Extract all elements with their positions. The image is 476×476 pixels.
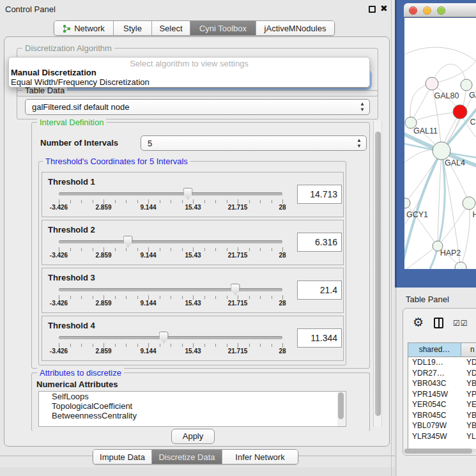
threshold-4-slider[interactable]: -3.4262.8599.14415.4321.71528	[59, 330, 282, 357]
attribute-list-item[interactable]: TopologicalCoefficient	[39, 401, 346, 411]
table-cell[interactable]: YIL052C	[408, 441, 461, 442]
scrollbar-thumb[interactable]	[375, 132, 381, 416]
table-cell[interactable]: YER0	[461, 399, 476, 410]
attribute-list-item[interactable]: SelfLoops	[39, 392, 346, 401]
gear-icon[interactable]: ⚙	[413, 315, 424, 330]
network-window-titlebar[interactable]	[404, 3, 476, 17]
table-cell[interactable]: YBR045C	[408, 410, 461, 421]
slider-scale-labels: -3.4262.8599.14415.4321.71528	[59, 204, 282, 212]
tab-jactivemnodules[interactable]: jActiveMNodules	[256, 21, 334, 35]
checkbox-icons[interactable]: ☑☑	[453, 319, 468, 328]
table-row[interactable]: YBL079WYBL0	[408, 420, 476, 431]
algorithm-option-manual[interactable]: Manual Discretization	[9, 68, 369, 77]
tab-cyni-toolbox[interactable]: Cyni Toolbox	[190, 21, 256, 35]
threshold-1-value[interactable]: 14.713	[297, 185, 342, 204]
minimize-traffic-light-icon[interactable]	[423, 6, 431, 15]
algorithm-option-equal-width[interactable]: Equal Width/Frequency Discretization	[9, 77, 369, 87]
column-header-shared-name[interactable]: shared…	[408, 343, 461, 357]
slider-scale-labels: -3.4262.8599.14415.4321.71528	[59, 300, 282, 308]
slider-scale-label: -3.426	[50, 300, 68, 307]
attributes-items: SelfLoopsTopologicalCoefficientBetweenne…	[39, 392, 346, 420]
table-row[interactable]: YER054CYER0	[408, 399, 476, 410]
threshold-3-slider[interactable]: -3.4262.8599.14415.4321.71528	[59, 282, 282, 309]
threshold-4-value[interactable]: 11.344	[297, 328, 342, 348]
number-of-intervals-select[interactable]: 5▲▼	[141, 135, 367, 151]
tab-network[interactable]: Network	[54, 21, 114, 35]
table-cell[interactable]: YLR3	[461, 431, 476, 442]
slider-track	[59, 288, 282, 291]
table-cell[interactable]: YBR0	[461, 410, 476, 421]
panel-bottom-strip	[0, 467, 395, 476]
table-cell[interactable]: YDR27…	[408, 368, 461, 379]
settings-scrollbar[interactable]	[373, 121, 382, 427]
tab-discretize-data[interactable]: Discretize Data	[152, 450, 222, 464]
table-row[interactable]: YIL052CYIL0	[408, 441, 476, 442]
slider-thumb[interactable]	[231, 284, 240, 295]
threshold-3-value[interactable]: 21.4	[297, 280, 342, 300]
table-row[interactable]: YDR27…YDR2	[408, 368, 476, 379]
network-node[interactable]	[461, 79, 472, 91]
algorithm-placeholder-option[interactable]: Select algorithm to view settings	[9, 58, 369, 68]
network-node-label: C	[470, 118, 475, 127]
table-cell[interactable]: YBR0	[461, 378, 476, 389]
cyni-toolbox-content: Discretization Algorithm ▲▼ Select algor…	[4, 36, 390, 447]
close-icon[interactable]: ✖	[380, 3, 388, 13]
network-node[interactable]	[404, 198, 410, 208]
columns-icon[interactable]	[434, 318, 443, 328]
numerical-attributes-list[interactable]: SelfLoopsTopologicalCoefficientBetweenne…	[38, 391, 346, 427]
tab-label: Cyni Toolbox	[199, 24, 247, 33]
table-cell[interactable]: YBL079W	[408, 420, 461, 431]
network-node[interactable]	[433, 142, 450, 160]
numerical-attributes-label: Numerical Attributes	[36, 380, 118, 389]
control-panel-titlebar: Control Panel ✖	[0, 0, 395, 18]
attributes-group: Attributes to discretize Numerical Attri…	[31, 372, 370, 431]
column-header-name[interactable]: n	[461, 343, 476, 357]
table-cell[interactable]: YDL1	[461, 357, 476, 368]
table-row[interactable]: YLR345WYLR3	[408, 431, 476, 442]
tab-impute-data[interactable]: Impute Data	[93, 450, 152, 464]
attributes-list-scrollbar[interactable]	[337, 392, 345, 427]
table-cell[interactable]: YDR2	[461, 368, 476, 379]
table-row[interactable]: YDL19…YDL1	[408, 357, 476, 368]
tab-infer-network[interactable]: Infer Network	[222, 450, 298, 464]
zoom-traffic-light-icon[interactable]	[437, 6, 445, 15]
slider-scale-label: 28	[279, 204, 286, 211]
app-window: { "control_panel": { "title": "Control P…	[0, 0, 476, 476]
table-cell[interactable]: YPR1	[461, 389, 476, 400]
table-cell[interactable]: YIL0	[461, 441, 476, 442]
slider-thumb[interactable]	[123, 236, 133, 247]
table-cell[interactable]: YBR043C	[408, 378, 461, 389]
threshold-2-slider[interactable]: -3.4262.8599.14415.4321.71528	[59, 234, 282, 261]
threshold-2-value[interactable]: 6.316	[297, 233, 342, 252]
slider-scale-label: 21.715	[228, 204, 248, 211]
table-cell[interactable]: YLR345W	[408, 431, 461, 442]
table-cell[interactable]: YBL0	[461, 420, 476, 431]
table-horizontal-scrollbar[interactable]	[404, 449, 476, 454]
apply-button[interactable]: Apply	[171, 429, 215, 444]
table-row[interactable]: YPR145WYPR1	[408, 389, 476, 400]
scrollbar-thumb[interactable]	[338, 392, 344, 419]
slider-thumb[interactable]	[183, 188, 193, 199]
tab-select[interactable]: Select	[152, 21, 190, 35]
table-cell[interactable]: YPR145W	[408, 389, 461, 400]
network-canvas[interactable]: GAL80GACGAL11GAL4GCY1HHAP2	[404, 18, 476, 269]
network-node[interactable]	[453, 105, 467, 119]
table-cell[interactable]: YDL19…	[408, 357, 461, 368]
table-cell[interactable]: YER054C	[408, 399, 461, 410]
table-row[interactable]: YBR043CYBR0	[408, 378, 476, 389]
table-data-select[interactable]: galFiltered.sif default node▲▼	[25, 99, 370, 115]
number-of-intervals-value: 5	[148, 139, 152, 148]
slider-scale-label: 28	[279, 252, 286, 259]
slider-scale-label: 21.715	[228, 348, 248, 355]
scrollbar-thumb[interactable]	[404, 449, 472, 454]
attribute-list-item[interactable]: BetweennessCentrality	[39, 411, 346, 420]
tab-style[interactable]: Style	[114, 21, 152, 35]
threshold-1-slider[interactable]: -3.4262.8599.14415.4321.71528	[59, 187, 282, 213]
table-header: shared… n	[408, 343, 476, 357]
network-node[interactable]	[463, 197, 475, 210]
slider-thumb[interactable]	[159, 332, 169, 343]
close-traffic-light-icon[interactable]	[409, 6, 417, 15]
network-node[interactable]	[426, 77, 438, 90]
float-window-icon[interactable]	[369, 6, 376, 13]
table-row[interactable]: YBR045CYBR0	[408, 410, 476, 421]
